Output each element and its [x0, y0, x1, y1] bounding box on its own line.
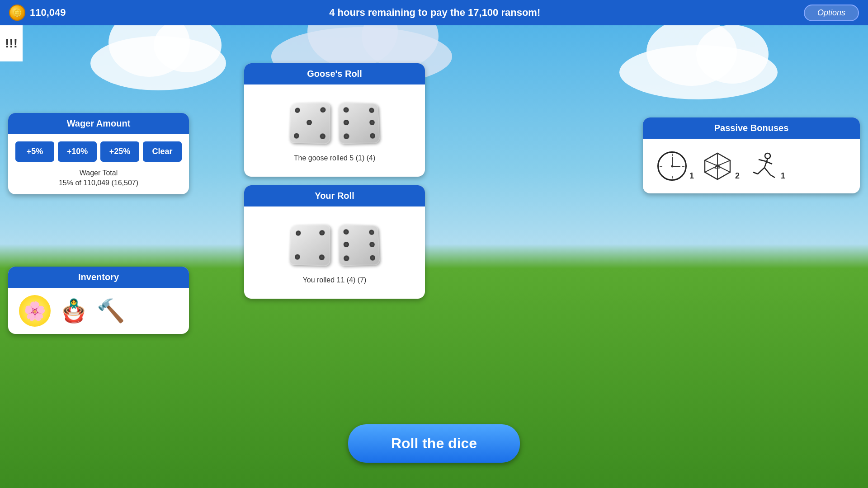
dot [294, 133, 299, 139]
wager-panel: Wager Amount +5% +10% +25% Clear Wager T… [8, 113, 189, 194]
tick [682, 166, 684, 167]
wager-total-label: Wager Total [15, 169, 182, 177]
tick [672, 154, 673, 156]
dot [295, 108, 300, 113]
dot [370, 255, 375, 261]
goose-roll-text: The goose rolled 5 (1) (4) [251, 154, 418, 169]
passive-clock-row: 1 [657, 151, 694, 181]
d20-icon: 20 [703, 151, 732, 181]
clock-icon [657, 151, 687, 181]
background [0, 0, 868, 488]
dot [296, 230, 301, 236]
dot [319, 230, 325, 235]
decoration-bar: !!! [0, 25, 23, 61]
clock-minute-hand [672, 166, 680, 167]
wager-10-button[interactable]: +10% [58, 141, 97, 162]
passive-d20-item: 20 2 [703, 151, 740, 181]
svg-line-10 [759, 160, 766, 161]
cloud-3 [619, 45, 778, 99]
inventory-voodoo-item[interactable]: 🪆 [60, 298, 88, 324]
svg-point-8 [765, 153, 770, 159]
dot [369, 108, 374, 113]
dot [344, 229, 349, 235]
coin-display: 🪙 110,049 [9, 5, 66, 21]
dot [369, 120, 375, 125]
passive-panel-header: Passive Bonuses [643, 117, 860, 139]
wager-panel-header: Wager Amount [8, 113, 189, 134]
dot [344, 120, 349, 125]
wager-25-button[interactable]: +25% [100, 141, 139, 162]
dot [307, 120, 312, 125]
goose-dice-area [251, 92, 418, 154]
clock-count: 1 [689, 171, 694, 181]
passive-bonuses-panel: Passive Bonuses 1 [643, 117, 860, 193]
your-die-2 [339, 225, 380, 266]
dot [344, 255, 349, 261]
dot [320, 133, 326, 139]
d20-count: 2 [735, 171, 740, 181]
inventory-panel: Inventory 🌸 🪆 🔨 [8, 267, 189, 334]
left-decoration: !!! [0, 25, 23, 61]
options-button[interactable]: Options [804, 5, 859, 21]
goose-panel-header: Goose's Roll [244, 63, 425, 84]
topbar: 🪙 110,049 4 hours remaining to pay the 1… [0, 0, 868, 25]
inventory-flower-item[interactable]: 🌸 [19, 295, 51, 327]
wager-clear-button[interactable]: Clear [143, 141, 182, 162]
your-roll-panel-header: Your Roll [244, 185, 425, 206]
dot [369, 230, 374, 235]
inventory-items: 🌸 🪆 🔨 [8, 288, 189, 334]
wager-panel-body: +5% +10% +25% Clear Wager Total 15% of 1… [8, 134, 189, 194]
svg-line-12 [758, 168, 764, 174]
dot [370, 133, 375, 139]
tick [672, 176, 673, 178]
svg-line-9 [764, 159, 768, 168]
wager-total-value: 15% of 110,049 (16,507) [15, 179, 182, 187]
passive-runner-row: 1 [749, 151, 785, 181]
dot [344, 107, 349, 113]
cloud-1 [90, 36, 226, 90]
passive-runner-item: 1 [749, 151, 785, 181]
goose-die-1 [289, 103, 330, 144]
passive-icons-area: 1 20 2 [643, 139, 860, 193]
dot [320, 107, 326, 113]
dot [344, 242, 349, 247]
runner-icon [749, 151, 778, 181]
dot [344, 133, 349, 139]
svg-line-14 [753, 172, 758, 174]
dot [369, 242, 375, 247]
inventory-panel-header: Inventory [8, 267, 189, 288]
timer-text: 4 hours remaining to pay the 17,100 rans… [66, 7, 804, 19]
coin-icon: 🪙 [9, 5, 25, 21]
goose-die-2 [339, 103, 380, 144]
dot [295, 254, 300, 260]
inventory-hammer-item[interactable]: 🔨 [97, 298, 125, 324]
runner-count: 1 [781, 171, 785, 181]
your-roll-text: You rolled 11 (4) (7) [251, 276, 418, 291]
coin-amount: 110,049 [30, 7, 66, 19]
dot [319, 254, 324, 260]
your-roll-panel-body: You rolled 11 (4) (7) [244, 206, 425, 299]
svg-line-13 [764, 168, 770, 175]
tick [660, 166, 662, 167]
wager-5-button[interactable]: +5% [15, 141, 54, 162]
your-roll-panel: Your Roll You rolled 11 (4) (7) [244, 185, 425, 299]
clock-center [671, 165, 673, 167]
your-dice-area [251, 214, 418, 276]
passive-d20-row: 20 2 [703, 151, 740, 181]
passive-clock-item: 1 [657, 151, 694, 181]
your-die-1 [289, 225, 330, 266]
svg-line-15 [770, 175, 775, 178]
roll-dice-button[interactable]: Roll the dice [348, 424, 520, 463]
goose-roll-panel: Goose's Roll The goose rolled 5 ( [244, 63, 425, 177]
wager-buttons: +5% +10% +25% Clear [15, 141, 182, 162]
svg-text:20: 20 [714, 164, 721, 170]
goose-panel-body: The goose rolled 5 (1) (4) [244, 84, 425, 177]
